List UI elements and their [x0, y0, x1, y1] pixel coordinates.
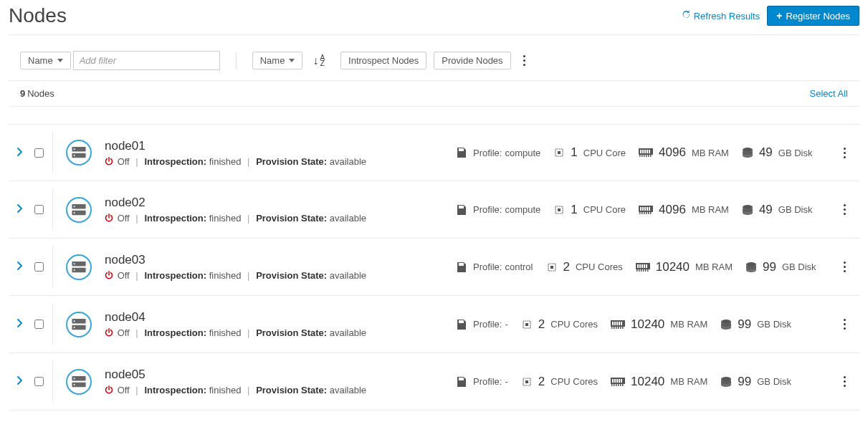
provision-state-label: Provision State: [256, 327, 327, 338]
profile-spec: Profile: - [456, 376, 508, 388]
introspection-label: Introspection: [144, 213, 206, 224]
disk-icon [720, 319, 732, 330]
node-count-value: 9 [20, 88, 25, 99]
profile-spec: Profile: - [456, 319, 508, 330]
ram-spec: 10240 MB RAM [611, 317, 707, 332]
sort-direction-toggle[interactable]: ↓ [313, 55, 325, 67]
cpu-spec: 1 CPU Core [553, 145, 626, 160]
cpu-spec: 2 CPU Cores [546, 260, 623, 274]
sort-field-dropdown[interactable]: Name [252, 52, 303, 69]
cpu-label: CPU Cores [576, 262, 623, 272]
memory-icon [611, 378, 625, 386]
server-icon [66, 197, 92, 223]
cpu-value: 2 [538, 375, 545, 389]
cpu-icon [553, 204, 565, 216]
filter-input[interactable] [73, 51, 220, 70]
node-checkbox[interactable] [34, 148, 44, 158]
row-divider [52, 360, 53, 403]
introspection-label: Introspection: [144, 156, 206, 167]
node-status-line: Off | Introspection: finished | Provisio… [105, 385, 456, 395]
cpu-label: CPU Core [583, 204, 626, 215]
introspect-nodes-button[interactable]: Introspect Nodes [340, 52, 426, 69]
server-icon [66, 369, 92, 395]
introspection-value: finished [209, 156, 242, 167]
sort-az-icon [320, 55, 325, 67]
row-kebab-menu[interactable] [838, 259, 851, 276]
disk-icon [742, 204, 753, 216]
provide-nodes-button[interactable]: Provide Nodes [434, 52, 510, 69]
ram-label: MB RAM [695, 262, 733, 272]
memory-icon [636, 263, 650, 272]
row-kebab-menu[interactable] [838, 316, 851, 333]
toolbar-kebab-menu[interactable] [518, 52, 531, 69]
row-kebab-menu[interactable] [838, 201, 851, 219]
profile-spec: Profile: compute [456, 204, 540, 216]
cpu-spec: 2 CPU Cores [521, 317, 598, 332]
disk-icon [720, 376, 732, 388]
filter-field-dropdown[interactable]: Name [20, 52, 71, 69]
ram-value: 10240 [631, 317, 664, 332]
node-status-line: Off | Introspection: finished | Provisio… [105, 156, 456, 167]
row-kebab-menu[interactable] [838, 144, 851, 161]
node-checkbox[interactable] [34, 377, 44, 386]
save-icon [456, 204, 467, 216]
power-icon [105, 156, 113, 167]
cpu-label: CPU Cores [550, 319, 598, 330]
profile-value: control [505, 262, 533, 272]
disk-icon [745, 262, 757, 273]
disk-value: 99 [763, 260, 776, 274]
expand-toggle[interactable] [17, 204, 27, 215]
provision-state-value: available [330, 156, 366, 167]
select-all-link[interactable]: Select All [810, 88, 848, 99]
memory-icon [639, 148, 653, 157]
ram-value: 10240 [656, 260, 690, 274]
expand-toggle[interactable] [17, 376, 27, 387]
expand-toggle[interactable] [17, 262, 27, 272]
node-row: node02 Off | Introspection: finished | P… [9, 181, 859, 239]
provision-state-value: available [330, 213, 366, 224]
cpu-spec: 2 CPU Cores [521, 375, 598, 389]
provision-state-label: Provision State: [256, 385, 327, 395]
cpu-spec: 1 CPU Core [553, 203, 626, 217]
memory-icon [611, 320, 625, 329]
refresh-icon [682, 10, 691, 21]
expand-toggle[interactable] [17, 148, 27, 158]
node-name: node02 [105, 196, 456, 210]
row-kebab-menu[interactable] [838, 373, 851, 390]
cpu-label: CPU Cores [550, 376, 598, 387]
plus-icon: + [776, 10, 782, 21]
power-icon [105, 327, 113, 338]
save-icon [456, 376, 467, 388]
node-checkbox[interactable] [34, 205, 44, 214]
refresh-results-link[interactable]: Refresh Results [682, 10, 760, 21]
provision-state-label: Provision State: [256, 156, 327, 167]
memory-icon [639, 206, 653, 214]
power-icon [105, 270, 113, 281]
node-name: node05 [105, 368, 456, 382]
server-icon [66, 140, 92, 165]
ram-spec: 10240 MB RAM [636, 260, 733, 274]
profile-label: Profile: [473, 319, 502, 330]
expand-toggle[interactable] [17, 319, 27, 330]
node-checkbox[interactable] [34, 262, 44, 272]
ram-value: 4096 [659, 203, 686, 217]
ram-label: MB RAM [692, 148, 729, 158]
profile-value: compute [505, 204, 540, 215]
profile-label: Profile: [473, 204, 502, 215]
register-nodes-button[interactable]: + Register Nodes [767, 6, 859, 26]
ram-spec: 4096 MB RAM [639, 203, 729, 217]
introspection-value: finished [209, 385, 242, 395]
power-icon [105, 213, 113, 224]
page-title: Nodes [9, 4, 67, 27]
ram-value: 10240 [631, 375, 664, 389]
node-row: node03 Off | Introspection: finished | P… [9, 239, 859, 296]
introspection-value: finished [209, 327, 242, 338]
provision-state-label: Provision State: [256, 213, 327, 224]
server-icon [66, 254, 92, 280]
cpu-value: 1 [571, 145, 577, 160]
disk-icon [742, 147, 753, 158]
profile-spec: Profile: compute [456, 147, 540, 158]
node-row: node01 Off | Introspection: finished | P… [9, 124, 859, 181]
power-state: Off [118, 385, 130, 395]
node-checkbox[interactable] [34, 320, 44, 329]
